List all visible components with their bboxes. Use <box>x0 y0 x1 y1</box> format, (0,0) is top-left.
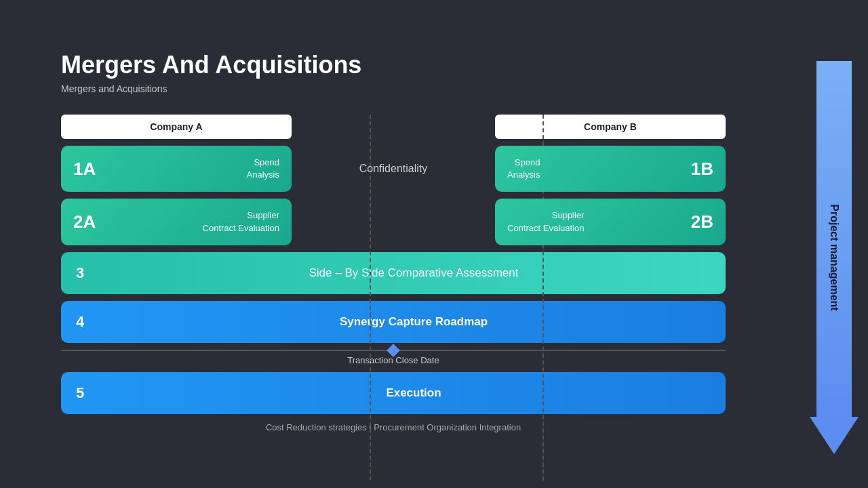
box-1a: 1A SpendAnalysis <box>61 146 292 192</box>
project-management-arrow: Project management <box>814 61 854 454</box>
box-1a-label: SpendAnalysis <box>247 157 279 181</box>
row-3-text: Side – By Side Comparative Assessment <box>117 266 711 280</box>
diagram: Company A Company B 1A SpendAnalysis Con… <box>61 115 726 432</box>
page-title: Mergers And Acquisitions <box>61 51 726 79</box>
row-3-number: 3 <box>76 264 96 282</box>
box-2b: SupplierContract Evaluation 2B <box>495 199 726 245</box>
box-2b-label: SupplierContract Evaluation <box>507 209 584 234</box>
arrow-head <box>810 417 859 454</box>
box-1a-number: 1A <box>73 159 96 180</box>
page-subtitle: Mergers and Acquisitions <box>61 83 726 94</box>
arrow-label: Project management <box>828 204 840 310</box>
row-5: 5 Execution <box>61 372 726 414</box>
box-1b-number: 1B <box>691 159 713 180</box>
row-4-number: 4 <box>76 313 96 331</box>
box-1b-label: SpendAnalysis <box>507 157 540 181</box>
row-5-text: Execution <box>117 386 711 400</box>
transaction-close: Transaction Close Date <box>61 350 726 365</box>
box-2a-label: SupplierContract Evaluation <box>203 209 279 234</box>
row-3: 3 Side – By Side Comparative Assessment <box>61 252 726 294</box>
arrow-body: Project management <box>816 61 852 417</box>
box-1b: SpendAnalysis 1B <box>495 146 726 192</box>
row-4-text: Synergy Capture Roadmap <box>117 315 711 329</box>
confidentiality-label: Confidentiality <box>302 163 485 175</box>
row-5-number: 5 <box>76 384 96 402</box>
company-a-header: Company A <box>61 115 292 139</box>
box-2a: 2A SupplierContract Evaluation <box>61 199 292 245</box>
box-2a-number: 2A <box>73 211 96 232</box>
transaction-line <box>61 350 726 351</box>
row-4: 4 Synergy Capture Roadmap <box>61 301 726 343</box>
main-content: Mergers And Acquisitions Mergers and Acq… <box>61 51 726 432</box>
box-2b-number: 2B <box>691 211 713 232</box>
footer-text: Cost Reduction strategies | Procurement … <box>61 422 726 432</box>
company-headers: Company A Company B <box>61 115 726 139</box>
split-row-2: 2A SupplierContract Evaluation SupplierC… <box>61 199 726 245</box>
company-b-header: Company B <box>495 115 726 139</box>
split-row-1: 1A SpendAnalysis Confidentiality SpendAn… <box>61 146 726 192</box>
